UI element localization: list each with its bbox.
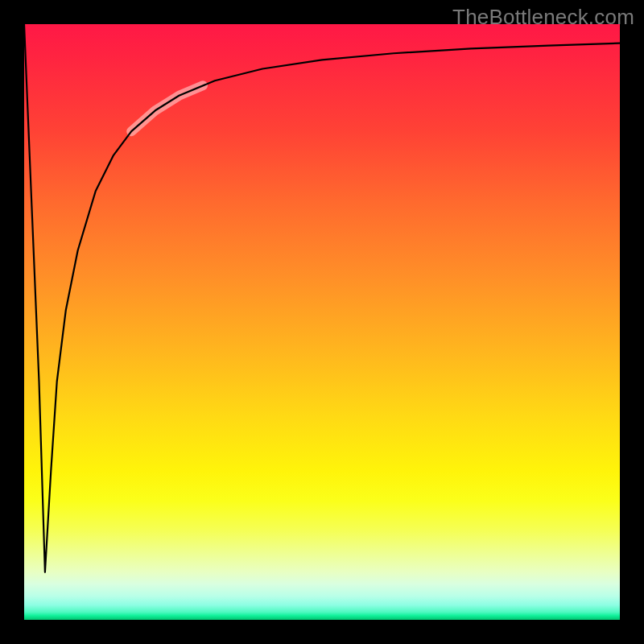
curve-highlight-segment [131,85,203,131]
bottleneck-curve [24,24,620,572]
plot-area [24,24,620,620]
curve-svg [24,24,620,620]
chart-stage: TheBottleneck.com [0,0,644,644]
